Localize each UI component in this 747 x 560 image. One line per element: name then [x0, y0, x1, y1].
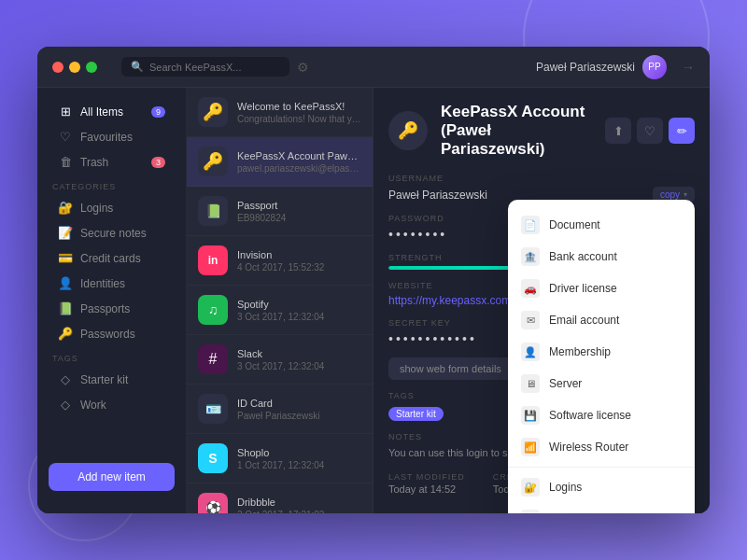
last-modified-value: Today at 14:52 — [388, 483, 465, 495]
dropdown-menu: 📄 Document 🏦 Bank account 🚗 Driver licen… — [508, 200, 695, 513]
list-item-sub: Congratulations! Now that you... — [237, 114, 361, 124]
list-item-title: Shoplo — [237, 447, 361, 458]
dropdown-item-logins[interactable]: 🔐 Logins — [508, 471, 695, 503]
list-item-title: Slack — [237, 348, 361, 359]
list-item[interactable]: 🪪 ID Card Paweł Pariaszewski — [187, 385, 373, 434]
edit-button[interactable]: ✏ — [669, 118, 695, 144]
list-item-title: Invision — [237, 249, 361, 260]
show-web-form-details-button[interactable]: show web form details — [388, 357, 513, 380]
list-item-icon: in — [198, 245, 228, 275]
dropdown-item-software-license[interactable]: 💾 Software license — [508, 399, 695, 431]
dropdown-item-secure-notes[interactable]: 📝 Secure notes — [508, 503, 695, 513]
wifi-icon: 📶 — [521, 438, 540, 456]
software-icon: 💾 — [521, 406, 540, 425]
share-button[interactable]: ⬆ — [605, 118, 631, 144]
sidebar-item-all-items[interactable]: ⊞ All Items 9 — [43, 99, 180, 124]
sidebar-item-identities[interactable]: 👤 Identities — [43, 271, 180, 296]
list-item-title: Passport — [237, 200, 361, 211]
add-new-item-button[interactable]: Add new item — [49, 463, 175, 491]
categories-label: CATEGORIES — [37, 175, 186, 195]
dropdown-section-types: 📄 Document 🏦 Bank account 🚗 Driver licen… — [508, 205, 695, 468]
logout-icon[interactable]: → — [682, 60, 695, 75]
list-item[interactable]: 🔑 KeePassX Account Paweł... pawel.parias… — [187, 137, 373, 187]
list-item[interactable]: in Invision 4 Oct 2017, 15:52:32 — [187, 236, 373, 286]
close-button[interactable] — [52, 62, 63, 73]
server-icon: 🖥 — [521, 374, 540, 393]
email-icon: ✉ — [521, 311, 540, 329]
trash-icon: 🗑 — [58, 155, 73, 169]
note-icon: 📝 — [58, 226, 73, 240]
filter-icon[interactable]: ⚙ — [297, 60, 309, 75]
sidebar-label-all-items: All Items — [80, 105, 123, 119]
list-item-icon: 📗 — [198, 196, 228, 226]
sidebar-label-passwords: Passwords — [80, 328, 135, 341]
list-item-info: ID Card Paweł Pariaszewski — [237, 398, 361, 421]
key-icon: 🔑 — [58, 327, 73, 341]
sidebar-label-trash: Trash — [80, 156, 108, 169]
dropdown-item-membership[interactable]: 👤 Membership — [508, 336, 695, 368]
tag-icon-2: ◇ — [58, 398, 73, 412]
dropdown-label-membership: Membership — [549, 345, 611, 358]
user-info: Paweł Pariaszewski PP → — [536, 55, 695, 79]
driver-license-icon: 🚗 — [521, 279, 540, 298]
dropdown-label-driver-license: Driver license — [549, 282, 617, 295]
list-item[interactable]: ⚽ Dribbble 2 Oct 2017, 17:21:02 — [187, 483, 373, 513]
sidebar-item-favourites[interactable]: ♡ Favourites — [43, 124, 180, 149]
sidebar-item-trash[interactable]: 🗑 Trash 3 — [43, 149, 180, 175]
sidebar-label-favourites: Favourites — [80, 131, 133, 144]
sidebar-item-logins[interactable]: 🔐 Logins — [43, 195, 180, 220]
dropdown-section-categories: 🔐 Logins 📝 Secure notes 💳 Credit cards 👤… — [508, 468, 695, 513]
list-item[interactable]: ♫ Spotify 3 Oct 2017, 12:32:04 — [187, 286, 373, 335]
dropdown-item-server[interactable]: 🖥 Server — [508, 368, 695, 399]
list-item[interactable]: 🔑 Welcome to KeePassX! Congratulations! … — [187, 88, 373, 137]
sidebar-item-credit-cards[interactable]: 💳 Credit cards — [43, 245, 180, 271]
sidebar-label-secure-notes: Secure notes — [80, 227, 147, 240]
list-item-sub: EB9802824 — [237, 213, 361, 223]
list-item-info: Spotify 3 Oct 2017, 12:32:04 — [237, 299, 361, 322]
person-icon: 👤 — [58, 276, 73, 290]
search-input[interactable] — [149, 62, 280, 73]
avatar[interactable]: PP — [642, 55, 667, 79]
sidebar-item-passports[interactable]: 📗 Passports — [43, 296, 180, 321]
membership-icon: 👤 — [521, 343, 540, 361]
list-item-info: Dribbble 2 Oct 2017, 17:21:02 — [237, 497, 361, 514]
favorite-button[interactable]: ♡ — [637, 118, 663, 144]
sidebar-item-work[interactable]: ◇ Work — [43, 392, 180, 417]
sidebar-label-identities: Identities — [80, 277, 125, 290]
detail-panel: 🔑 KeePassX Account (Paweł Pariaszewski) … — [374, 88, 710, 513]
list-item[interactable]: S Shoplo 1 Oct 2017, 12:32:04 — [187, 434, 373, 483]
list-item-sub: pawel.pariaszewski@elpassion.pl — [237, 163, 361, 174]
detail-title: KeePassX Account (Paweł Pariaszewski) — [441, 103, 592, 159]
dropdown-item-email-account[interactable]: ✉ Email account — [508, 304, 695, 336]
list-item-icon: ⚽ — [198, 493, 228, 513]
last-modified-label: LAST MODIFIED — [388, 472, 465, 482]
dropdown-item-bank-account[interactable]: 🏦 Bank account — [508, 241, 695, 273]
sidebar-item-passwords[interactable]: 🔑 Passwords — [43, 321, 180, 346]
dropdown-label-bank-account: Bank account — [549, 250, 617, 263]
sidebar-label-passports: Passports — [80, 302, 130, 315]
list-item-icon: # — [198, 344, 228, 374]
sidebar-item-starter-kit[interactable]: ◇ Starter kit — [43, 367, 180, 392]
list-item-sub: 3 Oct 2017, 12:32:04 — [237, 312, 361, 322]
sidebar-item-secure-notes[interactable]: 📝 Secure notes — [43, 220, 180, 245]
dropdown-item-document[interactable]: 📄 Document — [508, 209, 695, 241]
tags-label: TAGS — [37, 346, 186, 367]
window-controls — [52, 62, 97, 73]
list-item-sub: 1 Oct 2017, 12:32:04 — [237, 460, 361, 470]
list-item-info: Welcome to KeePassX! Congratulations! No… — [237, 101, 361, 124]
sidebar-label-work: Work — [80, 399, 106, 412]
website-value[interactable]: https://my.keepassx.com — [388, 294, 511, 307]
maximize-button[interactable] — [86, 62, 97, 73]
dropdown-label-server: Server — [549, 377, 582, 390]
list-item[interactable]: # Slack 3 Oct 2017, 12:32:04 — [187, 335, 373, 385]
dropdown-item-driver-license[interactable]: 🚗 Driver license — [508, 273, 695, 304]
sidebar: ⊞ All Items 9 ♡ Favourites 🗑 Trash 3 CAT… — [37, 88, 187, 513]
minimize-button[interactable] — [69, 62, 80, 73]
dropdown-item-wireless-router[interactable]: 📶 Wireless Router — [508, 431, 695, 463]
tag-starter-kit: Starter kit — [388, 407, 444, 421]
search-bar[interactable]: 🔍 — [121, 57, 289, 77]
title-bar: 🔍 ⚙ Paweł Pariaszewski PP → — [37, 47, 710, 88]
list-panel: 🔑 Welcome to KeePassX! Congratulations! … — [187, 88, 374, 513]
list-item[interactable]: 📗 Passport EB9802824 — [187, 187, 373, 236]
dropdown-label-wireless-router: Wireless Router — [549, 441, 628, 454]
